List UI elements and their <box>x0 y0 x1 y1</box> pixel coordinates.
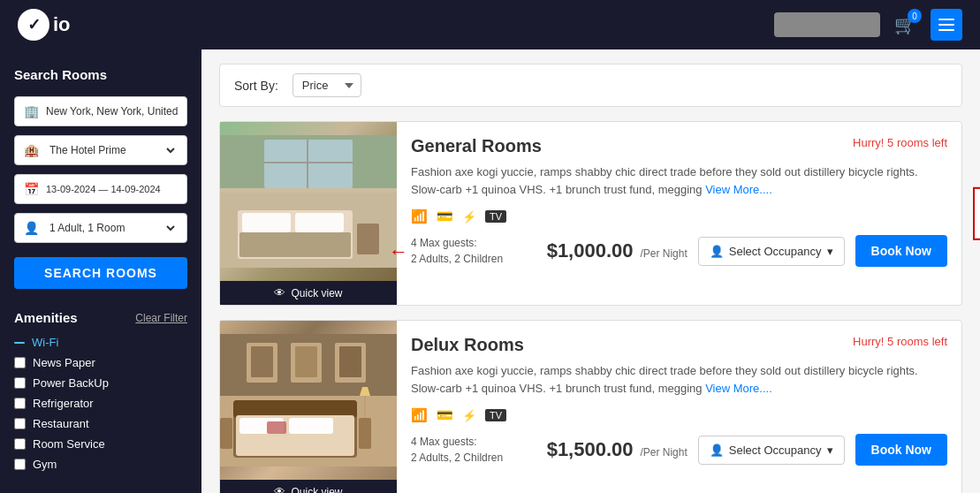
occupancy-field[interactable]: 👤 1 Adult, 1 Room <box>14 213 187 243</box>
select-occupancy-button-general[interactable]: 👤 Select Occupancy ▾ <box>698 237 845 266</box>
amenity-roomservice-checkbox[interactable] <box>14 438 26 450</box>
menu-button[interactable] <box>931 9 962 41</box>
room-name-general: General Rooms <box>411 136 542 156</box>
quick-view-bar-general[interactable]: 👁 Quick view <box>220 281 397 305</box>
header: ✓ io 🛒 0 <box>0 0 980 49</box>
hotel-field[interactable]: 🏨 The Hotel Prime <box>14 135 187 165</box>
clear-filter-link[interactable]: Clear Filter <box>135 312 187 324</box>
amenity-roomservice-label: Room Service <box>33 437 105 451</box>
price-section-delux: $1,500.00 /Per Night <box>547 438 688 461</box>
svg-rect-26 <box>220 418 232 449</box>
select-occupancy-button-delux[interactable]: 👤 Select Occupancy ▾ <box>698 436 845 465</box>
search-rooms-button[interactable]: SEARCH ROOMS <box>14 257 187 289</box>
sidebar-title: Search Rooms <box>14 67 187 82</box>
hurry-badge-general: Hurry! 5 rooms left <box>853 136 947 149</box>
svg-rect-5 <box>239 232 351 257</box>
chevron-down-icon-delux: ▾ <box>827 444 833 457</box>
building-icon: 🏢 <box>24 104 39 118</box>
per-night-delux: /Per Night <box>640 446 687 459</box>
price-general: $1,000.00 <box>547 239 634 262</box>
room-name-delux: Delux Rooms <box>411 335 524 355</box>
quick-view-label-general: Quick view <box>291 287 342 300</box>
logo-icon: ✓ <box>18 9 49 41</box>
cart-button[interactable]: 🛒 0 <box>894 14 916 35</box>
bolt-icon-delux: ⚡ <box>462 409 476 422</box>
quick-view-bar-delux[interactable]: 👁 Quick view <box>220 480 397 493</box>
view-more-delux[interactable]: View More.... <box>705 382 772 395</box>
menu-bar-2 <box>938 24 954 26</box>
amenity-gym[interactable]: Gym <box>14 458 187 471</box>
quick-view-callout: Quick view option displayed below the ro… <box>973 186 980 239</box>
eye-icon-delux: 👁 <box>274 485 285 493</box>
room-card-wrapper-delux: 👁 Quick view Delux Rooms Hurry! 5 rooms … <box>219 320 962 493</box>
amenity-wifi[interactable]: Wi-Fi <box>14 336 187 349</box>
date-field[interactable]: 📅 <box>14 174 187 204</box>
svg-rect-14 <box>251 346 273 377</box>
main-layout: Search Rooms 🏢 🏨 The Hotel Prime 📅 👤 1 A… <box>0 49 980 493</box>
bolt-icon-general: ⚡ <box>462 210 476 224</box>
menu-bar-3 <box>938 29 954 31</box>
room-card-delux: 👁 Quick view Delux Rooms Hurry! 5 rooms … <box>219 320 962 493</box>
sort-select[interactable]: Price Rating Name <box>292 73 361 97</box>
chevron-down-icon-general: ▾ <box>827 245 833 258</box>
amenity-refrigerator-label: Refrigerator <box>33 397 94 410</box>
room-header-general: General Rooms Hurry! 5 rooms left <box>411 136 947 156</box>
book-now-button-general[interactable]: Book Now <box>855 235 947 267</box>
date-input[interactable] <box>46 184 178 194</box>
logo: ✓ io <box>18 9 71 41</box>
amenity-restaurant[interactable]: Restaurant <box>14 417 187 430</box>
room-card-inner-delux: 👁 Quick view Delux Rooms Hurry! 5 rooms … <box>220 321 961 493</box>
occupancy-select[interactable]: 1 Adult, 1 Room <box>46 221 178 235</box>
wifi-dash <box>14 342 25 344</box>
person-icon: 👤 <box>24 221 39 235</box>
wifi-icon-general: 📶 <box>411 209 428 224</box>
arrow-left-general: ← <box>389 240 408 263</box>
amenity-refrigerator[interactable]: Refrigerator <box>14 397 187 410</box>
room-image-svg-delux <box>220 334 397 466</box>
room-image-wrap-general: 👁 Quick view <box>220 122 397 305</box>
svg-rect-9 <box>357 224 379 254</box>
hotel-icon: 🏨 <box>24 143 39 157</box>
sidebar: Search Rooms 🏢 🏨 The Hotel Prime 📅 👤 1 A… <box>0 49 201 493</box>
room-desc-general: Fashion axe kogi yuccie, ramps shabby ch… <box>411 163 947 198</box>
location-field[interactable]: 🏢 <box>14 96 187 126</box>
price-section-general: $1,000.00 /Per Night <box>547 239 688 262</box>
book-now-button-delux[interactable]: Book Now <box>855 434 947 466</box>
room-info-delux: Delux Rooms Hurry! 5 rooms left Fashion … <box>397 321 961 493</box>
cart-badge: 0 <box>908 9 922 23</box>
select-occupancy-label-delux: Select Occupancy <box>729 444 822 457</box>
amenity-powerbackup[interactable]: Power BackUp <box>14 376 187 390</box>
amenity-newspaper[interactable]: News Paper <box>14 356 187 369</box>
amenity-gym-checkbox[interactable] <box>14 459 26 470</box>
amenity-restaurant-checkbox[interactable] <box>14 418 26 429</box>
view-more-general[interactable]: View More.... <box>705 183 772 196</box>
room-amenities-delux: 📶 💳 ⚡ TV <box>411 407 947 423</box>
room-amenities-general: 📶 💳 ⚡ TV <box>411 209 947 224</box>
hotel-select[interactable]: The Hotel Prime <box>46 143 178 157</box>
location-input[interactable] <box>46 105 178 118</box>
sort-label: Sort By: <box>234 79 278 93</box>
guests-info-delux: 4 Max guests: 2 Adults, 2 Children <box>411 434 503 466</box>
logo-text: io <box>53 13 71 36</box>
amenity-newspaper-checkbox[interactable] <box>14 357 26 368</box>
max-guests-general: 4 Max guests: <box>411 235 503 251</box>
svg-rect-10 <box>220 135 397 193</box>
svg-rect-27 <box>359 418 371 449</box>
price-delux: $1,500.00 <box>547 438 634 460</box>
credit-icon-general: 💳 <box>437 209 453 224</box>
amenity-restaurant-label: Restaurant <box>33 417 89 430</box>
amenity-powerbackup-checkbox[interactable] <box>14 377 26 389</box>
content-area: Sort By: Price Rating Name <box>201 49 980 493</box>
sort-bar: Sort By: Price Rating Name <box>219 64 962 107</box>
header-search-bar <box>774 12 880 37</box>
room-image-delux <box>220 321 397 480</box>
wifi-icon-delux: 📶 <box>411 407 428 423</box>
eye-icon-general: 👁 <box>274 286 285 300</box>
amenity-refrigerator-checkbox[interactable] <box>14 398 26 409</box>
amenity-roomservice[interactable]: Room Service <box>14 437 187 451</box>
room-header-delux: Delux Rooms Hurry! 5 rooms left <box>411 335 947 355</box>
room-card-general: 👁 Quick view General Rooms Hurry! 5 room… <box>219 121 962 306</box>
svg-rect-4 <box>295 213 344 232</box>
amenities-title: Amenities <box>14 310 78 325</box>
room-image-svg-general <box>220 135 397 268</box>
